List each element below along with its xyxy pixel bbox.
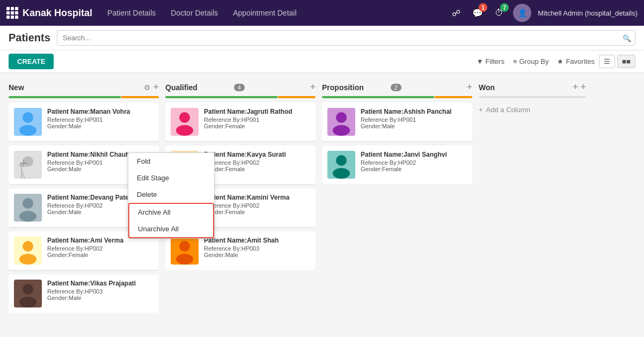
card-gender: Gender:Female [361, 166, 467, 172]
svg-text:+: + [19, 155, 28, 171]
chat-notifications[interactable]: 💬 1 [470, 5, 485, 20]
create-button[interactable]: CREATE [9, 54, 54, 69]
list-view-button[interactable]: ☰ [599, 55, 615, 68]
card-ref: Reference By:HP002 [47, 245, 153, 252]
context-menu-unarchive-all[interactable]: Unarchive All [129, 221, 213, 237]
search-input[interactable] [57, 30, 635, 46]
card-gender: Gender:Female [204, 209, 310, 215]
nav-right-actions: ☍ 💬 1 ⏱ 7 👤 Mitchell Admin (hospital_det… [449, 4, 638, 22]
column-gear-icon[interactable]: ⚙ [144, 83, 151, 92]
card-info: Patient Name:Vikas Prajapati Reference B… [47, 280, 153, 307]
context-menu-fold[interactable]: Fold [128, 153, 214, 170]
svg-point-13 [23, 241, 33, 252]
column-proposition-title: Proposition [322, 83, 387, 92]
card-info: Patient Name:Kavya Surati Reference By:H… [204, 151, 310, 179]
column-qualified-progress [165, 96, 316, 98]
card-avatar [327, 108, 355, 136]
chat-badge: 1 [479, 3, 487, 12]
context-menu-delete[interactable]: Delete [128, 186, 214, 203]
column-won-add-icon[interactable]: + [580, 82, 586, 93]
card-ref: Reference By:HP003 [47, 288, 153, 295]
column-won: Won + + + Add a Column [479, 79, 586, 328]
svg-point-35 [333, 168, 350, 179]
card-avatar [171, 237, 199, 265]
column-proposition-header: Proposition 2 + [322, 79, 472, 96]
kanban-board: New ⚙ + Patient Name:Manan Vohra Referen… [0, 73, 644, 335]
subheader: Patients 🔍 [0, 26, 644, 50]
user-avatar[interactable]: 👤 [513, 4, 531, 22]
brand-name: Kanak Hospital [23, 8, 92, 19]
context-menu-archive-all[interactable]: Archive All [129, 204, 213, 221]
add-column-icon: + [479, 106, 483, 114]
page-title: Patients [9, 32, 50, 44]
card-avatar-placeholder: + [14, 151, 42, 179]
column-won-title: Won [479, 83, 525, 92]
column-won-progress [479, 96, 586, 98]
notification-bell[interactable]: ☍ [449, 5, 464, 20]
groupby-button[interactable]: ≡ Group By [513, 57, 549, 65]
toolbar: CREATE ▼ Filters ≡ Group By ★ Favorites … [0, 50, 644, 73]
card-manan-vohra[interactable]: Patient Name:Manan Vohra Reference By:HP… [9, 102, 159, 141]
card-info: Patient Name:Ami Verma Reference By:HP00… [47, 237, 153, 265]
brand-logo[interactable]: Kanak Hospital [6, 7, 92, 19]
card-name: Patient Name:Amit Shah [204, 237, 310, 244]
card-ref: Reference By:HP001 [361, 116, 467, 123]
add-column-button[interactable]: + Add a Column [479, 102, 586, 114]
svg-point-29 [176, 254, 193, 265]
card-ref: Reference By:HP002 [204, 202, 310, 209]
filter-bar: ▼ Filters ≡ Group By ★ Favorites [477, 57, 595, 65]
card-ref: Reference By:HP002 [204, 159, 310, 166]
card-avatar [171, 108, 199, 136]
svg-point-31 [336, 112, 347, 123]
filters-button[interactable]: ▼ Filters [477, 57, 504, 65]
card-gender: Gender:Male [47, 295, 153, 301]
svg-point-17 [19, 297, 36, 307]
card-name: Patient Name:Kavya Surati [204, 151, 310, 158]
card-gender: Gender:Female [204, 123, 310, 129]
nav-doctor-details[interactable]: Doctor Details [164, 5, 224, 20]
nav-patient-details[interactable]: Patient Details [101, 5, 162, 20]
context-menu-overlay: Fold Edit Stage Delete Archive All Unarc… [128, 152, 215, 239]
card-ref: Reference By:HP001 [204, 116, 310, 123]
search-bar: 🔍 [57, 30, 635, 46]
card-vikas-prajapati[interactable]: Patient Name:Vikas Prajapati Reference B… [9, 274, 159, 313]
svg-point-1 [23, 112, 33, 123]
add-column-label: Add a Column [486, 106, 530, 114]
card-info: Patient Name:Kamini Verma Reference By:H… [204, 194, 310, 222]
column-new-progress [9, 96, 159, 98]
column-qualified-header: Qualified 4 + [165, 79, 316, 96]
svg-point-34 [336, 155, 347, 166]
column-proposition-cards: Patient Name:Ashish Panchal Reference By… [322, 102, 472, 184]
nav-appointment-detail[interactable]: Appointment Detail [226, 5, 303, 20]
column-add-icon[interactable]: + [153, 82, 159, 93]
favorites-button[interactable]: ★ Favorites [557, 57, 594, 65]
card-ashish-panchal[interactable]: Patient Name:Ashish Panchal Reference By… [322, 102, 472, 141]
column-won-add-small[interactable]: + [573, 82, 579, 93]
app-grid-icon[interactable] [6, 7, 18, 19]
svg-point-20 [176, 125, 193, 136]
column-proposition-count: 2 [391, 84, 401, 91]
user-name[interactable]: Mitchell Admin (hospital_details) [538, 9, 638, 17]
card-gender: Gender:Female [47, 252, 153, 258]
activity-notifications[interactable]: ⏱ 7 [492, 5, 507, 20]
card-name: Patient Name:Kamini Verma [204, 194, 310, 201]
svg-point-2 [19, 125, 36, 136]
column-proposition-add-icon[interactable]: + [467, 82, 473, 93]
context-menu-edit-stage[interactable]: Edit Stage [128, 170, 214, 186]
top-navigation: Kanak Hospital Patient Details Doctor De… [0, 0, 644, 26]
kanban-view-button[interactable]: ■■ [617, 55, 635, 68]
card-janvi-sanghvi[interactable]: Patient Name:Janvi Sanghvi Reference By:… [322, 145, 472, 184]
card-info: Patient Name:Manan Vohra Reference By:HP… [47, 108, 153, 136]
svg-point-14 [19, 254, 36, 265]
card-info: Patient Name:Ashish Panchal Reference By… [361, 108, 467, 136]
column-proposition: Proposition 2 + Patient Name:Ashish Panc… [322, 79, 472, 328]
column-proposition-progress [322, 96, 472, 98]
card-jagruti-rathod[interactable]: Patient Name:Jagruti Rathod Reference By… [165, 102, 316, 141]
card-avatar [14, 280, 42, 307]
column-qualified-add-icon[interactable]: + [310, 82, 316, 93]
favorites-icon: ★ [557, 57, 564, 65]
svg-point-28 [179, 241, 190, 252]
card-info: Patient Name:Jagruti Rathod Reference By… [204, 108, 310, 136]
search-icon[interactable]: 🔍 [623, 34, 631, 42]
card-ref: Reference By:HP003 [204, 245, 310, 252]
